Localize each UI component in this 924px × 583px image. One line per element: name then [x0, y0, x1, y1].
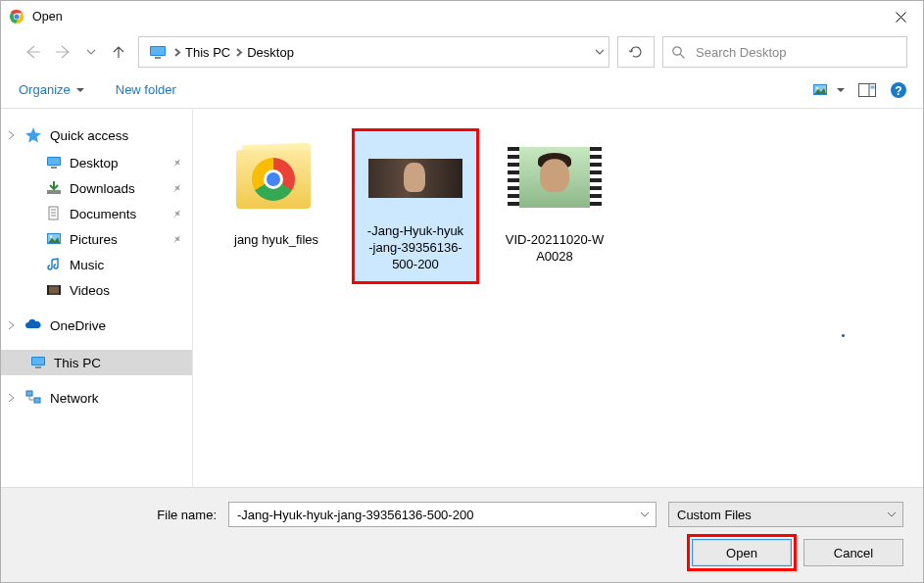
sidebar-desktop[interactable]: Desktop [1, 150, 192, 175]
nav-row: This PC Desktop [1, 32, 923, 72]
svg-point-25 [50, 235, 52, 237]
combo-dropdown[interactable] [640, 510, 650, 519]
open-dialog: Open This PC Desktop [0, 0, 924, 583]
file-label: -Jang-Hyuk-hyuk -jang-39356136- 500-200 [367, 223, 463, 273]
cursor-indicator [842, 334, 845, 337]
svg-rect-28 [47, 285, 49, 295]
help-button[interactable]: ? [890, 81, 907, 99]
videos-icon [46, 282, 62, 298]
sidebar-network[interactable]: Network [1, 385, 192, 413]
svg-rect-10 [859, 83, 876, 96]
sidebar-quick-access[interactable]: Quick access [1, 122, 192, 150]
breadcrumb-folder[interactable]: Desktop [243, 41, 298, 64]
svg-rect-16 [48, 158, 60, 165]
history-dropdown[interactable] [83, 40, 99, 64]
cancel-button[interactable]: Cancel [803, 539, 903, 566]
this-pc-icon [149, 43, 167, 61]
refresh-button[interactable] [617, 36, 655, 68]
sidebar-label: Downloads [70, 181, 135, 196]
titlebar: Open [1, 1, 923, 32]
desktop-icon [46, 155, 62, 170]
pictures-icon [46, 231, 62, 247]
chevron-right-icon[interactable] [234, 48, 243, 57]
sidebar-pictures[interactable]: Pictures [1, 226, 192, 252]
sidebar-this-pc[interactable]: This PC [1, 350, 192, 375]
forward-button[interactable] [52, 40, 75, 64]
view-icons-button[interactable] [813, 83, 845, 97]
search-input[interactable] [694, 44, 899, 61]
svg-point-6 [673, 46, 681, 54]
network-icon [24, 389, 42, 407]
svg-text:?: ? [895, 83, 901, 97]
file-label: VID-20211020-W A0028 [506, 232, 604, 266]
svg-point-9 [816, 86, 818, 88]
close-button[interactable] [878, 1, 923, 32]
svg-rect-5 [155, 57, 161, 59]
sidebar-label: Documents [70, 207, 136, 221]
svg-rect-29 [59, 285, 61, 295]
sidebar-label: Videos [70, 283, 110, 298]
preview-pane-button[interactable] [858, 83, 876, 97]
search-box[interactable] [662, 36, 907, 68]
sidebar-onedrive[interactable]: OneDrive [1, 313, 192, 340]
onedrive-icon [24, 316, 42, 334]
sidebar: Quick access Desktop Downloads Documents [1, 109, 193, 487]
file-label: jang hyuk_files [234, 232, 318, 249]
filename-input[interactable]: -Jang-Hyuk-hyuk-jang-39356136-500-200 [228, 502, 657, 527]
file-list[interactable]: jang hyuk_files -Jang-Hyuk-hyuk -jang-39… [193, 109, 923, 487]
back-button[interactable] [21, 40, 44, 64]
chevron-right-icon[interactable] [172, 48, 181, 57]
sidebar-label: Network [50, 391, 99, 406]
svg-rect-27 [49, 287, 59, 293]
svg-rect-34 [34, 398, 40, 403]
folder-icon [227, 128, 325, 226]
open-button[interactable]: Open [692, 539, 792, 566]
toolbar: Organize New folder ? [1, 72, 923, 109]
sidebar-label: OneDrive [50, 318, 106, 333]
svg-rect-17 [51, 167, 57, 169]
file-item-folder[interactable]: jang hyuk_files [213, 128, 340, 249]
sidebar-label: Desktop [70, 156, 119, 170]
image-thumbnail [366, 139, 464, 218]
svg-rect-18 [47, 190, 61, 194]
sidebar-label: Quick access [50, 128, 128, 143]
this-pc-icon [30, 355, 46, 370]
breadcrumb-root[interactable]: This PC [181, 41, 234, 64]
sidebar-label: Pictures [70, 232, 118, 247]
sidebar-documents[interactable]: Documents [1, 201, 192, 226]
up-button[interactable] [107, 40, 130, 64]
search-icon [671, 45, 686, 60]
combo-dropdown[interactable] [887, 510, 897, 519]
sidebar-music[interactable]: Music [1, 252, 192, 277]
file-item-image-selected[interactable]: -Jang-Hyuk-hyuk -jang-39356136- 500-200 [352, 128, 479, 284]
downloads-icon [46, 180, 62, 196]
documents-icon [46, 206, 62, 221]
address-bar[interactable]: This PC Desktop [138, 36, 609, 68]
file-type-filter[interactable]: Custom Files [668, 502, 903, 527]
music-icon [46, 257, 62, 272]
file-item-video[interactable]: VID-20211020-W A0028 [491, 128, 618, 266]
pin-icon [171, 158, 182, 169]
address-dropdown[interactable] [595, 47, 605, 57]
pin-icon [171, 234, 182, 245]
new-folder-button[interactable]: New folder [116, 82, 176, 97]
svg-rect-33 [26, 391, 32, 396]
sidebar-label: This PC [54, 356, 101, 370]
quick-access-icon [24, 126, 42, 144]
filename-label: File name: [21, 508, 217, 522]
dialog-footer: File name: -Jang-Hyuk-hyuk-jang-39356136… [1, 487, 923, 582]
svg-rect-4 [151, 47, 165, 55]
sidebar-label: Music [70, 258, 104, 272]
chevron-right-icon[interactable] [7, 131, 15, 139]
pin-icon [171, 183, 182, 194]
video-thumbnail [506, 128, 604, 226]
pin-icon [171, 209, 182, 219]
chevron-right-icon[interactable] [7, 321, 15, 329]
svg-rect-31 [32, 358, 44, 364]
organize-button[interactable]: Organize [19, 82, 84, 97]
svg-point-2 [14, 14, 19, 19]
svg-rect-32 [35, 366, 41, 368]
sidebar-videos[interactable]: Videos [1, 277, 192, 303]
chevron-right-icon[interactable] [7, 394, 15, 402]
sidebar-downloads[interactable]: Downloads [1, 175, 192, 201]
